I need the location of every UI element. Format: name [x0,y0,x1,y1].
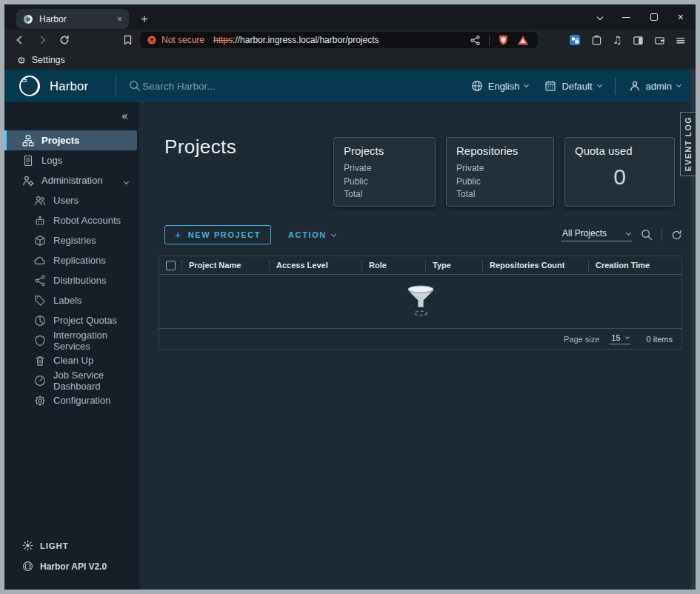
sidebar-item-label: Labels [53,295,81,306]
projects-icon [22,135,34,147]
theme-toggle-light[interactable]: LIGHT [22,540,139,551]
search-icon[interactable] [641,229,653,241]
url-bar[interactable]: Not secure https://harbor.ingress.local/… [140,32,538,48]
url-text: https://harbor.ingress.local/harbor/proj… [213,35,379,45]
api-icon [22,561,33,572]
chevron-down-icon [676,82,681,87]
bookmark-icon[interactable] [123,35,133,45]
action-dropdown[interactable]: ACTION [288,230,336,239]
password-manager-extension-icon[interactable] [569,34,581,46]
sidebar-item-administration[interactable]: Administration [4,170,139,190]
theme-dropdown[interactable]: Default [544,80,601,92]
chevron-down-icon [597,82,602,87]
share-icon[interactable] [470,35,481,46]
cloud-icon [34,255,46,267]
sidebar-item-label: Distributions [53,275,107,286]
toolbar-divider [661,229,662,241]
sidebar-item-clean-up[interactable]: Clean Up [4,350,139,370]
sidebar-item-interrogation-services[interactable]: Interrogation Services [4,330,139,350]
url-rest: ://harbor.ingress.local/harbor/projects [233,35,379,45]
sidebar-item-projects[interactable]: Projects [4,130,137,150]
table-header-row: Project Name Access Level Role Type Repo… [159,256,681,275]
sidebar-item-replications[interactable]: Replications [4,250,139,270]
card-row-private: Private [344,162,425,176]
card-row-private: Private [456,162,544,176]
sidebar-item-configuration[interactable]: Configuration [4,390,139,410]
sidebar-item-registries[interactable]: Registries [4,230,139,250]
brand-title[interactable]: Harbor [50,79,88,93]
brave-rewards-icon[interactable] [517,35,529,46]
column-role[interactable]: Role [361,260,425,271]
project-filter-dropdown[interactable]: All Projects [561,228,632,241]
browser-navbar: Not secure https://harbor.ingress.local/… [4,30,696,50]
settings-gear-icon: ⚙ [17,56,26,65]
header-right: English Default admin [471,77,681,95]
tab-close-icon[interactable]: × [117,15,122,24]
repositories-summary-card: Repositories Private Public Total [446,137,554,207]
chevron-down-icon [626,230,631,235]
sidebar-toggle-icon[interactable] [633,35,644,46]
wallet-icon[interactable] [654,35,665,46]
collapse-sidebar-icon[interactable]: « [121,110,128,123]
projects-toolbar: + NEW PROJECT ACTION All Projects [164,225,682,244]
refresh-icon[interactable] [671,230,682,241]
tab-search-chevron-icon[interactable] [597,14,603,20]
select-all-checkbox[interactable] [166,261,176,270]
column-type[interactable]: Type [425,260,482,271]
forward-button[interactable] [37,36,45,44]
sidebar-item-label: Robot Accounts [53,215,121,226]
minimize-button[interactable] [622,17,630,18]
column-access-level[interactable]: Access Level [269,260,361,271]
column-repositories-count[interactable]: Repositories Count [482,260,588,271]
card-title: Quota used [575,144,664,157]
sidebar-item-logs[interactable]: Logs [4,150,139,170]
app-body: « Projects Logs [4,102,696,590]
page-size-dropdown[interactable]: 15 [609,333,630,344]
new-tab-button[interactable]: + [141,12,148,27]
sun-icon [22,540,33,551]
logs-icon [22,155,34,167]
media-extension-icon[interactable]: ♫ [613,34,622,46]
bookmark-settings[interactable]: Settings [32,55,65,65]
chevron-down-icon [524,82,529,87]
window-controls: × [598,12,687,22]
column-creation-time[interactable]: Creation Time [588,260,681,271]
maximize-button[interactable] [650,13,658,21]
gauge-icon [34,375,46,387]
new-project-button[interactable]: + NEW PROJECT [164,225,271,244]
back-button[interactable] [16,36,24,44]
browser-tab[interactable]: Harbor × [16,9,129,29]
header-divider [615,77,616,95]
clipboard-extension-icon[interactable] [591,35,602,46]
card-title: Repositories [456,144,544,157]
sidebar-item-label: Users [53,195,79,206]
card-row-total: Total [344,188,425,201]
brave-shield-icon[interactable] [498,34,509,46]
harbor-logo[interactable] [19,75,41,97]
sidebar-item-job-service-dashboard[interactable]: Job Service Dashboard [4,370,139,390]
sidebar-item-distributions[interactable]: Distributions [4,270,139,290]
chevron-down-icon [124,175,128,186]
close-window-button[interactable]: × [678,12,684,22]
sidebar-item-robot-accounts[interactable]: Robot Accounts [4,210,139,230]
column-project-name[interactable]: Project Name [181,260,269,271]
search-input[interactable] [142,81,379,92]
not-secure-icon [147,36,156,44]
sidebar-item-labels[interactable]: Labels [4,290,139,310]
harbor-api-link[interactable]: Harbor API V2.0 [22,561,139,572]
language-dropdown[interactable]: English [471,80,529,92]
sidebar-item-label: Clean Up [53,355,93,366]
page-title: Projects [164,136,236,158]
menu-icon[interactable]: ≡ [676,34,686,47]
global-search[interactable] [129,80,470,92]
sidebar-item-users[interactable]: Users [4,190,139,210]
reload-button[interactable] [59,35,70,45]
search-icon [129,80,141,92]
user-dropdown[interactable]: admin [629,80,681,92]
table-footer: Page size 15 0 items [159,328,681,349]
bookmarks-bar: ⚙ Settings [4,50,696,70]
sidebar-item-project-quotas[interactable]: Project Quotas [4,310,139,330]
browser-window: Harbor × + × Not secure https://harbor.i… [4,4,696,590]
table-empty-state [159,275,681,328]
event-log-tab[interactable]: EVENT LOG [680,112,696,176]
